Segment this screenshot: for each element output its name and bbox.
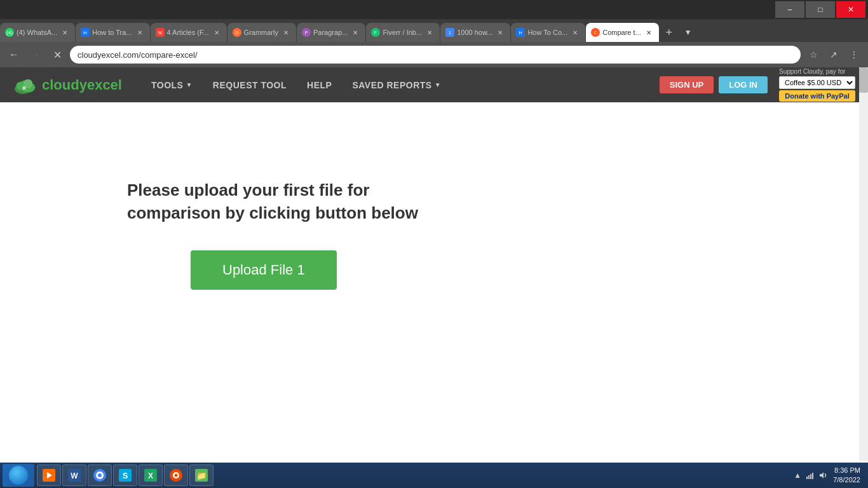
taskbar-app-word[interactable]: W: [62, 464, 86, 486]
signup-button[interactable]: SIGN UP: [660, 76, 714, 93]
svg-text:✕: ✕: [22, 85, 27, 92]
support-text: Support Cloudy, pay for: [779, 68, 855, 75]
brand-logo-area[interactable]: ✕ cloudyexcel: [13, 74, 122, 96]
svg-point-30: [98, 473, 102, 477]
upload-file-1-button[interactable]: Upload File 1: [191, 250, 337, 290]
taskbar: W S X: [0, 463, 868, 487]
tab-1-close[interactable]: ✕: [60, 27, 70, 37]
svg-text:P: P: [305, 30, 308, 35]
svg-text:📁: 📁: [196, 470, 207, 481]
tools-nav-link[interactable]: TOOLS ▼: [141, 67, 203, 102]
saved-reports-dropdown-arrow: ▼: [435, 81, 441, 88]
system-clock: 8:36 PM 7/8/2022: [833, 466, 860, 485]
brand-name-part2: excel: [87, 77, 122, 93]
help-nav-link[interactable]: HELP: [297, 67, 342, 102]
close-button[interactable]: ✕: [836, 1, 865, 18]
upload-prompt-text: Please upload your first file for compar…: [127, 179, 445, 225]
site-navbar: ✕ cloudyexcel TOOLS ▼ REQUEST TOOL HELP …: [0, 67, 868, 102]
paypal-area: Support Cloudy, pay for Coffee $5.00 USD…: [779, 68, 855, 102]
forward-button[interactable]: →: [27, 46, 44, 64]
taskbar-app-chrome[interactable]: [88, 464, 112, 486]
saved-reports-nav-link[interactable]: SAVED REPORTS ▼: [342, 67, 451, 102]
scrollbar-track[interactable]: [859, 67, 868, 461]
tab-4-close[interactable]: ✕: [281, 27, 291, 37]
tab-8-label: How To Co...: [527, 29, 567, 36]
tab-7-close[interactable]: ✕: [495, 27, 505, 37]
tab-2-close[interactable]: ✕: [135, 27, 145, 37]
reload-button[interactable]: ✕: [48, 46, 66, 64]
brand-name-part1: cloudy: [42, 77, 87, 93]
browser-tab-7[interactable]: 1 1000 how... ✕: [440, 23, 510, 42]
taskbar-app-folder[interactable]: 📁: [189, 464, 214, 486]
address-input[interactable]: [70, 46, 801, 64]
svg-marker-44: [820, 472, 824, 478]
clock-time: 8:36 PM: [833, 466, 860, 475]
svg-rect-42: [810, 474, 811, 479]
svg-text:1: 1: [449, 30, 451, 35]
brand-name: cloudyexcel: [42, 77, 122, 93]
browser-tab-2[interactable]: H How to Tra... ✕: [76, 23, 149, 42]
system-tray-icons: ▲: [792, 470, 828, 480]
tab-9-close[interactable]: ✕: [644, 27, 654, 37]
taskbar-app-excel[interactable]: X: [139, 464, 163, 486]
browser-tab-4[interactable]: G Grammarly ✕: [227, 23, 296, 42]
tab-7-label: 1000 how...: [457, 29, 492, 36]
taskbar-app-1[interactable]: [37, 464, 61, 486]
nav-links: TOOLS ▼ REQUEST TOOL HELP SAVED REPORTS …: [141, 67, 660, 102]
browser-tab-1[interactable]: (4) (4) WhatsA... ✕: [0, 23, 75, 42]
browser-tab-5[interactable]: P Paragrap... ✕: [297, 23, 365, 42]
svg-text:(4): (4): [6, 30, 13, 36]
nav-actions: SIGN UP LOG IN Support Cloudy, pay for C…: [660, 68, 855, 102]
share-icon[interactable]: ↗: [825, 46, 843, 64]
website-content: ✕ cloudyexcel TOOLS ▼ REQUEST TOOL HELP …: [0, 67, 868, 487]
svg-text:C: C: [594, 30, 597, 35]
new-tab-button[interactable]: +: [660, 23, 679, 42]
tab-2-label: How to Tra...: [92, 29, 132, 36]
back-button[interactable]: ←: [5, 46, 23, 64]
login-button[interactable]: LOG IN: [719, 76, 768, 93]
tab-8-close[interactable]: ✕: [570, 27, 580, 37]
tab-bar: (4) (4) WhatsA... ✕ H How to Tra... ✕ M …: [0, 19, 868, 42]
browser-tab-3[interactable]: M 4 Articles (F... ✕: [151, 23, 227, 42]
paypal-donate-button[interactable]: Donate with PayPal: [779, 90, 855, 102]
address-bar: ← → ✕ ☆ ↗ ⋮: [0, 42, 868, 67]
tray-icon-1: ▲: [792, 470, 803, 480]
tools-dropdown-arrow: ▼: [186, 81, 192, 88]
taskbar-app-word-icon: W: [68, 469, 81, 482]
taskbar-app-chrome2-icon: [170, 469, 182, 482]
tab-3-close[interactable]: ✕: [212, 27, 222, 37]
window-controls: – □ ✕: [775, 1, 865, 18]
scrollbar-thumb[interactable]: [859, 67, 868, 93]
title-bar: – □ ✕: [0, 0, 868, 19]
browser-tab-6[interactable]: F Fiverr / Inb... ✕: [366, 23, 440, 42]
start-orb: [9, 466, 28, 485]
svg-rect-41: [808, 475, 810, 479]
tab-6-close[interactable]: ✕: [424, 27, 435, 37]
tab-overflow-button[interactable]: ▼: [679, 23, 698, 42]
tray-icon-volume: [818, 470, 828, 480]
taskbar-app-chrome-icon: [93, 469, 106, 482]
svg-point-37: [175, 474, 178, 477]
tab-3-label: 4 Articles (F...: [167, 29, 209, 36]
main-content: Please upload your first file for compar…: [0, 102, 868, 471]
browser-tab-8[interactable]: H How To Co... ✕: [511, 23, 585, 42]
taskbar-app-chrome2[interactable]: [164, 464, 188, 486]
minimize-button[interactable]: –: [775, 1, 804, 18]
taskbar-apps: W S X: [37, 464, 792, 486]
browser-menu-icon[interactable]: ⋮: [845, 46, 863, 64]
taskbar-app-skype[interactable]: S: [113, 464, 137, 486]
browser-tab-9[interactable]: C Compare t... ✕: [586, 23, 659, 42]
tab-5-close[interactable]: ✕: [350, 27, 360, 37]
svg-text:H: H: [83, 30, 87, 36]
taskbar-right: ▲ 8:36 PM 7/8/2022: [792, 466, 865, 485]
coffee-amount-select[interactable]: Coffee $5.00 USD: [779, 76, 855, 89]
start-button[interactable]: [3, 464, 34, 487]
request-tool-nav-link[interactable]: REQUEST TOOL: [203, 67, 297, 102]
brand-icon: ✕: [13, 74, 38, 96]
bookmark-star-icon[interactable]: ☆: [804, 46, 822, 64]
taskbar-app-skype-icon: S: [119, 469, 132, 482]
svg-text:X: X: [148, 471, 153, 480]
tab-4-label: Grammarly: [244, 29, 278, 36]
maximize-button[interactable]: □: [806, 1, 835, 18]
tab-5-label: Paragrap...: [313, 29, 348, 36]
